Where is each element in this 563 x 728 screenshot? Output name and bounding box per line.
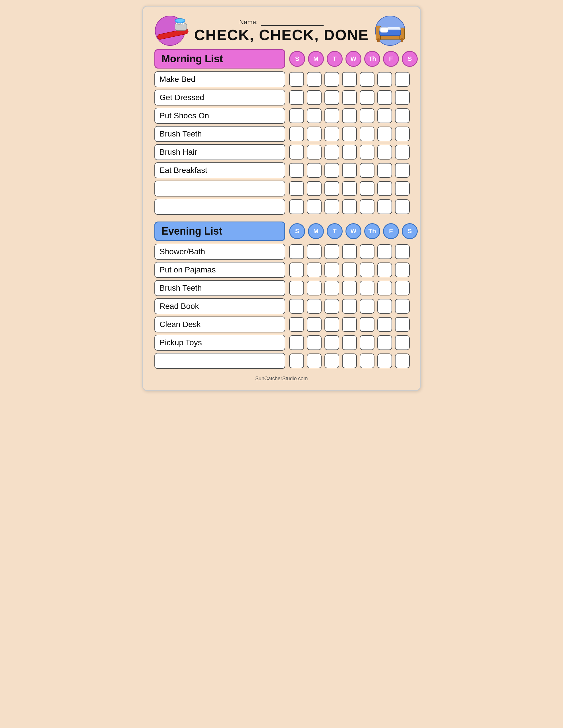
morning-checkbox[interactable]	[307, 163, 322, 178]
evening-checkbox[interactable]	[342, 244, 357, 259]
evening-checkbox[interactable]	[324, 317, 339, 332]
morning-checkbox[interactable]	[289, 72, 304, 87]
evening-checkbox[interactable]	[360, 262, 374, 277]
morning-checkbox[interactable]	[395, 127, 410, 141]
evening-checkbox[interactable]	[395, 317, 410, 332]
evening-checkbox[interactable]	[360, 299, 374, 314]
morning-checkbox[interactable]	[307, 181, 322, 196]
morning-checkbox[interactable]	[289, 199, 304, 214]
evening-checkbox[interactable]	[377, 262, 392, 277]
morning-checkbox[interactable]	[324, 145, 339, 160]
evening-checkbox[interactable]	[342, 262, 357, 277]
evening-checkbox[interactable]	[289, 317, 304, 332]
evening-checkbox[interactable]	[342, 299, 357, 314]
morning-checkbox[interactable]	[377, 108, 392, 123]
morning-checkbox[interactable]	[395, 145, 410, 160]
morning-checkbox[interactable]	[307, 108, 322, 123]
morning-checkbox[interactable]	[377, 145, 392, 160]
morning-checkbox[interactable]	[360, 72, 374, 87]
evening-checkbox[interactable]	[360, 317, 374, 332]
evening-checkbox[interactable]	[377, 353, 392, 368]
morning-checkbox[interactable]	[289, 90, 304, 105]
morning-checkbox[interactable]	[324, 199, 339, 214]
morning-checkbox[interactable]	[342, 199, 357, 214]
morning-checkbox[interactable]	[395, 90, 410, 105]
evening-checkbox[interactable]	[324, 281, 339, 295]
morning-checkbox[interactable]	[324, 163, 339, 178]
evening-checkbox[interactable]	[289, 353, 304, 368]
evening-checkbox[interactable]	[307, 262, 322, 277]
morning-checkbox[interactable]	[307, 199, 322, 214]
evening-checkbox[interactable]	[307, 335, 322, 350]
evening-checkbox[interactable]	[307, 317, 322, 332]
morning-checkbox[interactable]	[360, 145, 374, 160]
evening-checkbox[interactable]	[289, 262, 304, 277]
evening-checkbox[interactable]	[395, 281, 410, 295]
evening-checkbox[interactable]	[289, 299, 304, 314]
evening-checkbox[interactable]	[395, 353, 410, 368]
evening-checkbox[interactable]	[342, 317, 357, 332]
evening-checkbox[interactable]	[307, 353, 322, 368]
morning-checkbox[interactable]	[324, 127, 339, 141]
morning-checkbox[interactable]	[289, 145, 304, 160]
morning-checkbox[interactable]	[360, 181, 374, 196]
morning-checkbox[interactable]	[324, 72, 339, 87]
evening-checkbox[interactable]	[342, 281, 357, 295]
morning-checkbox[interactable]	[360, 108, 374, 123]
morning-checkbox[interactable]	[360, 199, 374, 214]
evening-checkbox[interactable]	[307, 281, 322, 295]
morning-checkbox[interactable]	[289, 163, 304, 178]
morning-checkbox[interactable]	[289, 108, 304, 123]
evening-checkbox[interactable]	[307, 244, 322, 259]
morning-checkbox[interactable]	[377, 90, 392, 105]
evening-checkbox[interactable]	[395, 299, 410, 314]
evening-checkbox[interactable]	[324, 262, 339, 277]
morning-checkbox[interactable]	[377, 199, 392, 214]
morning-checkbox[interactable]	[377, 72, 392, 87]
morning-checkbox[interactable]	[377, 163, 392, 178]
morning-checkbox[interactable]	[324, 108, 339, 123]
evening-checkbox[interactable]	[395, 244, 410, 259]
evening-checkbox[interactable]	[324, 335, 339, 350]
evening-checkbox[interactable]	[324, 244, 339, 259]
evening-checkbox[interactable]	[360, 281, 374, 295]
evening-checkbox[interactable]	[377, 335, 392, 350]
morning-checkbox[interactable]	[342, 127, 357, 141]
morning-checkbox[interactable]	[342, 72, 357, 87]
morning-checkbox[interactable]	[289, 181, 304, 196]
morning-checkbox[interactable]	[342, 163, 357, 178]
morning-checkbox[interactable]	[289, 127, 304, 141]
morning-checkbox[interactable]	[360, 127, 374, 141]
evening-checkbox[interactable]	[377, 317, 392, 332]
evening-checkbox[interactable]	[360, 335, 374, 350]
morning-checkbox[interactable]	[307, 127, 322, 141]
morning-checkbox[interactable]	[342, 108, 357, 123]
evening-checkbox[interactable]	[377, 281, 392, 295]
morning-checkbox[interactable]	[324, 90, 339, 105]
morning-checkbox[interactable]	[377, 127, 392, 141]
morning-checkbox[interactable]	[377, 181, 392, 196]
morning-checkbox[interactable]	[360, 163, 374, 178]
morning-checkbox[interactable]	[395, 108, 410, 123]
morning-checkbox[interactable]	[324, 181, 339, 196]
morning-checkbox[interactable]	[395, 181, 410, 196]
evening-checkbox[interactable]	[377, 244, 392, 259]
morning-checkbox[interactable]	[307, 90, 322, 105]
morning-checkbox[interactable]	[342, 145, 357, 160]
morning-checkbox[interactable]	[395, 163, 410, 178]
morning-checkbox[interactable]	[395, 199, 410, 214]
morning-checkbox[interactable]	[307, 72, 322, 87]
evening-checkbox[interactable]	[360, 244, 374, 259]
evening-checkbox[interactable]	[395, 262, 410, 277]
morning-checkbox[interactable]	[342, 181, 357, 196]
evening-checkbox[interactable]	[289, 244, 304, 259]
evening-checkbox[interactable]	[395, 335, 410, 350]
evening-checkbox[interactable]	[289, 335, 304, 350]
evening-checkbox[interactable]	[377, 299, 392, 314]
evening-checkbox[interactable]	[360, 353, 374, 368]
evening-checkbox[interactable]	[324, 299, 339, 314]
evening-checkbox[interactable]	[307, 299, 322, 314]
morning-checkbox[interactable]	[395, 72, 410, 87]
evening-checkbox[interactable]	[342, 335, 357, 350]
morning-checkbox[interactable]	[342, 90, 357, 105]
